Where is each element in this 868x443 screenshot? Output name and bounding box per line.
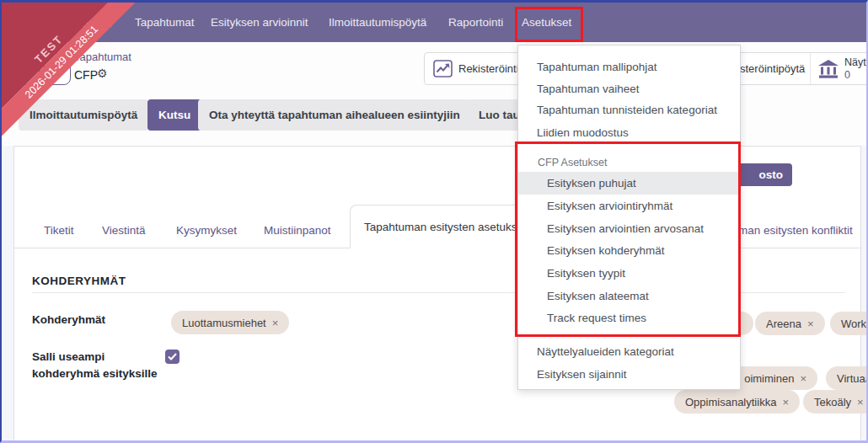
exhibitors-stat-label: Näytte	[844, 56, 868, 69]
tab-tiketit[interactable]: Tiketit	[44, 214, 74, 248]
menu-item-talk-locations[interactable]: Esityksen sijainnit	[518, 363, 740, 386]
top-navbar: Tapahtumat Tapahtumat Esityksen arvioinn…	[2, 3, 866, 42]
new-button-label: Uusi	[38, 63, 62, 76]
invite-button[interactable]: Kutsu	[147, 99, 201, 131]
tab-muistiinpanot[interactable]: Muistiinpanot	[264, 214, 331, 248]
divider	[810, 53, 811, 84]
contact-speakers-button[interactable]: Ota yhteyttä tapahtuman aihealueen esiin…	[198, 99, 471, 131]
remove-tag-icon[interactable]: ×	[857, 396, 864, 408]
apps-grid-icon[interactable]	[12, 15, 26, 29]
menu-item-lead-generation[interactable]: Liidien muodostus	[518, 121, 740, 144]
exhibitors-stat-count: 0	[844, 69, 868, 82]
menu-item-talk-speakers[interactable]: Esityksen puhujat	[518, 172, 740, 195]
bank-icon	[817, 58, 839, 80]
menu-item-talk-target-groups[interactable]: Esityksen kohderyhmät	[518, 239, 740, 262]
menu-item-talk-types[interactable]: Esityksen tyypit	[518, 262, 740, 285]
section-title: KOHDERYHMÄT	[32, 275, 126, 287]
tag-areena[interactable]: Areena ×	[755, 312, 825, 335]
remove-tag-icon[interactable]: ×	[807, 318, 814, 330]
menu-item-talk-subthemes[interactable]: Esityksen alateemat	[518, 285, 740, 307]
menu-item-event-stages[interactable]: Tapahtuman vaiheet	[518, 77, 740, 100]
menu-item-review-grades[interactable]: Esityksen arviointien arvosanat	[518, 217, 740, 240]
settings-dropdown-menu: Tapahtuman mallipohjat Tapahtuman vaihee…	[517, 45, 741, 390]
registration-stat-button[interactable]: Rekisteröinti	[425, 53, 522, 84]
breadcrumb-parent[interactable]: Tapahtumat	[74, 51, 131, 63]
tag-workshop[interactable]: Worksh	[830, 312, 868, 335]
menu-item-track-request-times[interactable]: Track request times	[518, 307, 740, 329]
gear-icon[interactable]: ⚙	[97, 67, 108, 80]
nav-item-esityksen-arvioinnit[interactable]: Esityksen arvioinnit	[211, 3, 308, 42]
menu-header-cfp-asetukset: CFP Asetukset	[518, 152, 740, 174]
multi-target-group-label: Salli useampi kohderyhmä esityksille	[32, 349, 167, 382]
tag-luottamusmiehet[interactable]: Luottamusmiehet ×	[171, 311, 289, 334]
remove-tag-icon[interactable]: ×	[800, 372, 806, 385]
tab-viestinta[interactable]: Viestintä	[102, 214, 146, 248]
registration-desk-button[interactable]: Ilmoittautumispöytä	[19, 99, 148, 131]
new-button[interactable]: + Uusi	[19, 53, 71, 85]
menu-item-event-tag-categories[interactable]: Tapahtuman tunnisteiden kategoriat	[518, 99, 740, 121]
nav-item-tapahtumat[interactable]: Tapahtumat	[135, 3, 195, 42]
menu-item-review-groups[interactable]: Esityksen arviointiryhmät	[518, 195, 740, 217]
remove-tag-icon[interactable]: ×	[782, 396, 789, 408]
app-brand: Tapahtumat	[40, 3, 111, 42]
target-groups-label: Kohderyhmät	[32, 312, 105, 328]
tag-tekoaly[interactable]: Tekoäly ×	[803, 390, 868, 414]
menu-item-event-templates[interactable]: Tapahtuman mallipohjat	[518, 56, 740, 78]
tag-oppimisanalytiikka[interactable]: Oppimisanalytiikka ×	[674, 390, 800, 414]
tab-kysymykset[interactable]: Kysymykset	[176, 214, 237, 248]
nav-item-asetukset[interactable]: Asetukset	[522, 3, 571, 42]
nav-item-raportointi[interactable]: Raportointi	[448, 3, 503, 42]
multi-target-group-checkbox[interactable]	[165, 350, 179, 364]
nav-item-ilmoittautumispoyta[interactable]: Ilmoittautumispöytä	[329, 3, 426, 42]
tag-virtuaali[interactable]: Virtuaal	[826, 366, 868, 390]
chart-icon	[433, 60, 453, 77]
app-window: Tapahtumat Tapahtumat Esityksen arvioinn…	[0, 0, 868, 443]
breadcrumb-current: CFP	[74, 68, 98, 82]
remove-tag-icon[interactable]: ×	[272, 317, 279, 329]
menu-item-exhibit-area-categories[interactable]: Näyttelyalueiden kategoriat	[518, 340, 740, 363]
registration-stat-label: Rekisteröinti	[458, 62, 519, 75]
exhibitors-stat-button[interactable]: Näytte 0	[814, 53, 868, 84]
tab-talks-conflicts[interactable]: man esitysten konfliktit	[738, 214, 853, 248]
plus-icon: +	[27, 62, 35, 77]
